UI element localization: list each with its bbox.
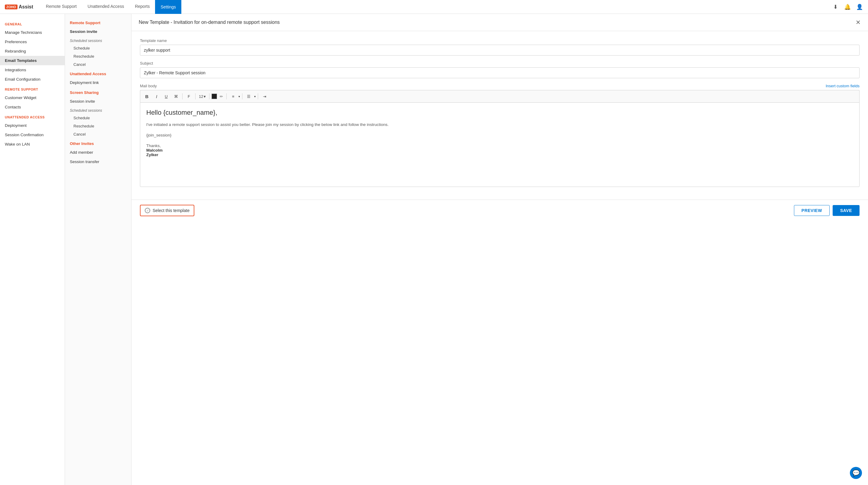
footer-buttons: PREVIEW SAVE [794, 205, 860, 216]
template-footer: ✓ Select this template PREVIEW SAVE [131, 200, 868, 221]
align-button[interactable]: ≡ [229, 92, 237, 101]
email-thanks: Thanks, [146, 143, 853, 148]
main-layout: GENERAL Manage Technicians Preferences R… [0, 14, 868, 485]
mid-reschedule-1[interactable]: Reschedule [65, 52, 131, 60]
user-icon[interactable]: 👤 [856, 3, 863, 10]
sidebar-item-rebranding[interactable]: Rebranding [0, 46, 65, 56]
logo-zoho: ZOHO [5, 4, 18, 9]
subject-group: Subject [140, 61, 860, 78]
insert-custom-fields-link[interactable]: Insert custom fields [826, 84, 860, 88]
logo-area: ZOHO Assist [5, 4, 33, 10]
template-title: New Template - Invitation for on-demand … [139, 20, 280, 25]
sidebar-item-email-configuration[interactable]: Email Configuration [0, 74, 65, 84]
top-nav: ZOHO Assist Remote Support Unattended Ac… [0, 0, 868, 14]
template-name-input[interactable] [140, 45, 860, 56]
mid-session-transfer[interactable]: Session transfer [65, 157, 131, 166]
toolbar-sep-1 [182, 93, 183, 99]
email-body-text: I've initiated a remote support session … [146, 121, 853, 128]
indent-button[interactable]: ⇥ [260, 92, 269, 101]
color-picker-dropper[interactable]: ✏ [218, 93, 224, 99]
toolbar-sep-4 [226, 93, 227, 99]
subject-label: Subject [140, 61, 860, 66]
mid-add-member[interactable]: Add member [65, 148, 131, 157]
font-size-selector[interactable]: 12 ▾ [198, 94, 207, 99]
general-section: GENERAL Manage Technicians Preferences R… [0, 19, 65, 84]
toolbar-sep-6 [258, 93, 258, 99]
sidebar-item-customer-widget[interactable]: Customer Widget [0, 93, 65, 102]
nav-right: ⬇ 🔔 👤 [832, 3, 863, 10]
email-name-line2: Zylker [146, 153, 853, 157]
mid-other-invites-title: Other Invites [65, 138, 131, 148]
template-name-group: Template name [140, 38, 860, 56]
list-arrow[interactable]: ▾ [254, 95, 256, 98]
color-picker-box[interactable] [212, 94, 217, 99]
email-name-line1: Malcolm [146, 148, 853, 153]
template-body: Template name Subject Mail body Insert c… [131, 31, 868, 200]
remote-support-section: REMOTE SUPPORT Customer Widget Contacts [0, 84, 65, 112]
email-join-session: {join_session} [146, 133, 853, 137]
mid-screen-session-invite[interactable]: Session invite [65, 97, 131, 106]
template-panel: New Template - Invitation for on-demand … [131, 14, 868, 221]
mid-deployment-link[interactable]: Deployment link [65, 78, 131, 87]
bold-button[interactable]: B [143, 92, 151, 101]
align-arrow[interactable]: ▾ [239, 95, 240, 98]
mid-cancel-1[interactable]: Cancel [65, 60, 131, 69]
select-template-icon: ✓ [145, 208, 150, 213]
mid-session-invite[interactable]: Session invite [65, 27, 131, 36]
mid-schedule-2[interactable]: Schedule [65, 114, 131, 122]
list-button[interactable]: ☰ [245, 92, 253, 101]
mail-body-label: Mail body [140, 84, 157, 88]
unattended-access-section-title: UNATTENDED ACCESS [0, 112, 65, 121]
mid-screen-sharing-title: Screen Sharing [65, 87, 131, 97]
preview-button[interactable]: PREVIEW [794, 205, 830, 216]
editor-toolbar: B I U ⌘ F 12 ▾ ✏ [140, 90, 860, 102]
mid-unattended-access-title: Unattended Access [65, 69, 131, 78]
sidebar-item-wake-on-lan[interactable]: Wake on LAN [0, 139, 65, 149]
toolbar-sep-2 [195, 93, 195, 99]
nav-remote-support[interactable]: Remote Support [40, 0, 82, 14]
nav-unattended-access[interactable]: Unattended Access [82, 0, 130, 14]
sidebar-item-deployment[interactable]: Deployment [0, 121, 65, 130]
mid-schedule-1[interactable]: Schedule [65, 44, 131, 52]
save-button[interactable]: SAVE [833, 205, 860, 216]
sidebar-item-session-confirmation[interactable]: Session Confirmation [0, 130, 65, 139]
general-section-title: GENERAL [0, 19, 65, 28]
font-size-arrow: ▾ [204, 94, 206, 99]
sidebar-item-contacts[interactable]: Contacts [0, 102, 65, 112]
mid-cancel-2[interactable]: Cancel [65, 130, 131, 138]
subject-input[interactable] [140, 67, 860, 78]
mid-sidebar: Remote Support Session invite Scheduled … [65, 14, 131, 485]
email-greeting: Hello {customer_name}, [146, 109, 853, 117]
unattended-access-section: UNATTENDED ACCESS Deployment Session Con… [0, 112, 65, 149]
editor-area[interactable]: Hello {customer_name}, I've initiated a … [140, 102, 860, 187]
toolbar-sep-5 [242, 93, 242, 99]
notification-icon[interactable]: 🔔 [844, 3, 851, 10]
remote-support-section-title: REMOTE SUPPORT [0, 84, 65, 93]
nav-reports[interactable]: Reports [129, 0, 155, 14]
strikethrough-button[interactable]: ⌘ [172, 92, 180, 101]
main-content: New Template - Invitation for on-demand … [131, 14, 868, 485]
sidebar-item-email-templates[interactable]: Email Templates [0, 56, 65, 65]
chat-bubble[interactable]: 💬 [850, 467, 862, 479]
italic-button[interactable]: I [152, 92, 161, 101]
toolbar-sep-3 [209, 93, 210, 99]
sidebar-item-preferences[interactable]: Preferences [0, 37, 65, 46]
mid-reschedule-2[interactable]: Reschedule [65, 122, 131, 130]
mail-body-group: Mail body Insert custom fields B I U ⌘ F [140, 84, 860, 187]
template-header: New Template - Invitation for on-demand … [131, 14, 868, 31]
nav-items: Remote Support Unattended Access Reports… [40, 0, 832, 14]
underline-button[interactable]: U [162, 92, 170, 101]
sidebar-item-integrations[interactable]: Integrations [0, 65, 65, 74]
template-name-label: Template name [140, 38, 860, 43]
nav-settings[interactable]: Settings [155, 0, 181, 14]
mail-body-header: Mail body Insert custom fields [140, 84, 860, 88]
sidebar-item-manage-technicians[interactable]: Manage Technicians [0, 28, 65, 37]
select-template-wrapper[interactable]: ✓ Select this template [140, 205, 194, 216]
font-button[interactable]: F [185, 92, 193, 101]
logo-assist: Assist [19, 4, 33, 10]
mid-scheduled-sessions-2: Scheduled sessions [65, 106, 131, 114]
select-template-label: Select this template [153, 208, 189, 213]
download-icon[interactable]: ⬇ [832, 3, 839, 10]
font-size-value: 12 [199, 94, 203, 99]
close-button[interactable]: ✕ [856, 19, 861, 26]
